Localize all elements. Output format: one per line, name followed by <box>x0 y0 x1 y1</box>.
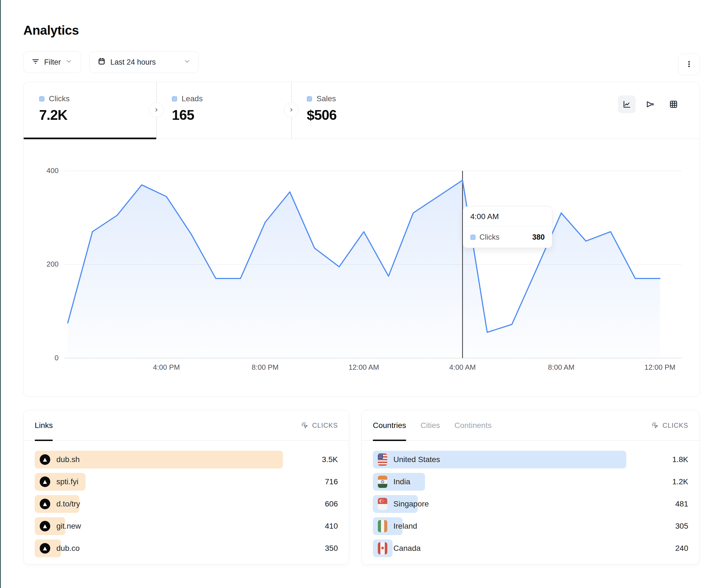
filter-button[interactable]: Filter <box>23 51 81 73</box>
geo-panel: CountriesCitiesContinents CLICKS United … <box>362 410 699 564</box>
x-tick: 4:00 PM <box>153 363 180 372</box>
link-name: spti.fyi <box>56 477 78 486</box>
geo-row-ireland[interactable]: Ireland 305 <box>373 517 688 535</box>
x-tick: 4:00 AM <box>449 363 476 372</box>
bar-track: git.new <box>35 517 307 535</box>
geo-row-singapore[interactable]: Singapore 481 <box>373 495 688 513</box>
link-row-d-to-try[interactable]: d.to/try 606 <box>35 495 338 513</box>
tab-links[interactable]: Links <box>35 410 53 440</box>
geo-rows: United States 1.8K India 1.2K Singapor <box>362 441 699 557</box>
geo-row-canada[interactable]: Canada 240 <box>373 540 688 557</box>
chevron-down-icon <box>184 58 191 67</box>
link-name: dub.sh <box>56 455 80 464</box>
metric-value: 7.2K <box>39 107 156 123</box>
flag-icon-sg <box>378 498 387 510</box>
more-options-button[interactable] <box>678 53 700 75</box>
metrics-tabs: Clicks 7.2K Leads 165 Sales $506 <box>24 82 699 139</box>
bar-track: spti.fyi <box>35 473 307 491</box>
bar-track: United States <box>373 451 658 469</box>
date-range-button[interactable]: Last 24 hours <box>89 51 199 73</box>
cursor-click-icon <box>301 422 309 429</box>
links-rows: dub.sh 3.5K spti.fyi 716 d.to/try 606 <box>24 441 349 557</box>
expand-sales-button[interactable] <box>284 103 299 117</box>
window-edge-strip <box>0 0 1 588</box>
dub-logo-icon <box>40 454 50 465</box>
line-chart-icon <box>622 99 631 109</box>
tab-label: Continents <box>454 421 492 430</box>
dub-logo-icon <box>40 521 50 532</box>
link-clicks-value: 716 <box>307 477 338 486</box>
toolbar: Filter Last 24 hours <box>23 51 700 73</box>
tab-countries[interactable]: Countries <box>373 410 406 440</box>
dub-logo-icon <box>40 499 50 509</box>
link-clicks-value: 350 <box>307 544 338 553</box>
metric-tab-sales[interactable]: Sales $506 <box>291 82 426 139</box>
link-row-git-new[interactable]: git.new 410 <box>35 517 338 535</box>
geo-row-india[interactable]: India 1.2K <box>373 473 688 491</box>
bar-track: Canada <box>373 540 658 557</box>
chart-view-toggle <box>618 95 683 113</box>
dub-logo-icon <box>40 543 50 553</box>
geo-name: United States <box>393 455 440 464</box>
funnel-chart-icon <box>645 99 655 109</box>
geo-row-united-states[interactable]: United States 1.8K <box>373 451 688 469</box>
tab-label: Cities <box>421 421 440 430</box>
y-tick-200: 200 <box>25 260 59 269</box>
metric-tab-clicks[interactable]: Clicks 7.2K <box>24 82 156 139</box>
link-clicks-value: 606 <box>307 499 338 508</box>
geo-clicks-value: 240 <box>658 544 688 553</box>
tooltip-time: 4:00 AM <box>463 207 552 227</box>
table-grid-icon <box>669 99 678 109</box>
links-panel-header: Links CLICKS <box>24 410 349 441</box>
flag-icon-us <box>378 453 387 466</box>
link-row-dub-co[interactable]: dub.co 350 <box>35 540 338 557</box>
link-clicks-value: 3.5K <box>307 455 338 464</box>
chevron-right-icon <box>288 106 295 113</box>
metric-tab-leads[interactable]: Leads 165 <box>156 82 291 139</box>
bar-track: India <box>373 473 658 491</box>
bar-track: dub.co <box>35 540 307 557</box>
flag-icon-ca <box>378 542 387 555</box>
x-tick: 12:00 PM <box>644 363 675 372</box>
chart-tooltip: 4:00 AM Clicks 380 <box>463 206 552 248</box>
bar-track: Ireland <box>373 517 658 535</box>
clicks-chart[interactable]: 0200400 4:00 PM8:00 PM12:00 AM4:00 AM8:0… <box>24 139 699 396</box>
bar-track: d.to/try <box>35 495 307 513</box>
filter-button-label: Filter <box>44 58 61 67</box>
bar-track: Singapore <box>373 495 658 513</box>
flag-icon-ie <box>378 520 387 532</box>
link-row-spti-fyi[interactable]: spti.fyi 716 <box>35 473 338 491</box>
x-tick: 8:00 PM <box>252 363 279 372</box>
y-tick-0: 0 <box>25 354 59 362</box>
funnel-view-button[interactable] <box>641 95 659 113</box>
links-panel: Links CLICKS dub.sh 3.5K s <box>23 410 349 564</box>
tab-continents[interactable]: Continents <box>454 410 492 440</box>
expand-leads-button[interactable] <box>149 103 164 117</box>
date-range-label: Last 24 hours <box>110 58 179 67</box>
link-name: dub.co <box>56 544 80 553</box>
geo-clicks-value: 1.2K <box>658 477 688 486</box>
link-row-dub-sh[interactable]: dub.sh 3.5K <box>35 451 338 469</box>
links-metric-selector[interactable]: CLICKS <box>301 422 338 429</box>
cursor-click-icon <box>651 422 659 429</box>
tab-cities[interactable]: Cities <box>421 410 440 440</box>
geo-name: Canada <box>393 544 421 553</box>
legend-chip <box>172 96 177 101</box>
area-chart-canvas[interactable] <box>64 171 682 358</box>
tab-links-label: Links <box>35 421 53 430</box>
table-view-button[interactable] <box>665 95 683 113</box>
kebab-menu-icon <box>685 60 693 69</box>
line-chart-view-button[interactable] <box>618 95 636 113</box>
clicks-area-fill <box>68 180 660 358</box>
link-clicks-value: 410 <box>307 522 338 530</box>
dub-logo-icon <box>40 476 50 487</box>
geo-clicks-value: 1.8K <box>658 455 688 464</box>
page-title: Analytics <box>23 23 79 38</box>
calendar-icon <box>98 57 106 67</box>
geo-metric-selector[interactable]: CLICKS <box>651 422 688 429</box>
y-tick-400: 400 <box>25 166 59 175</box>
geo-name: India <box>393 477 410 486</box>
link-name: d.to/try <box>56 499 80 508</box>
legend-chip <box>39 96 44 101</box>
links-metric-label: CLICKS <box>312 422 338 429</box>
